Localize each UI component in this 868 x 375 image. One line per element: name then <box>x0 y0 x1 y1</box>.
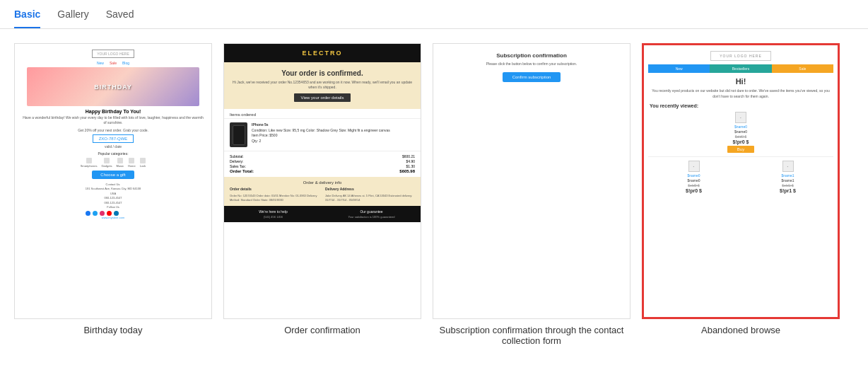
op-hero: Your order is confirmed. Hi Jack, we've … <box>224 62 421 109</box>
bp-logo: YOUR LOGO HERE <box>92 50 134 58</box>
bp-edit-hint: valid / date <box>105 144 122 149</box>
op-cta-button[interactable]: View your order details <box>294 93 351 102</box>
op-footer-help: We're here to help (541) 456 1456 <box>224 206 322 222</box>
bp-heading: Happy Birthday To You! <box>86 109 141 114</box>
ab-grid-image-1: ▪ <box>782 161 794 172</box>
ab-grid-old-price-0: $old0 $ <box>688 183 699 188</box>
bp-facebook-icon <box>86 211 90 216</box>
bp-linkedin-icon <box>114 211 119 216</box>
op-item-price: Item Price: $500 <box>252 133 390 139</box>
ab-single-product-name: $name0 <box>734 125 747 129</box>
birthday-label: Birthday today <box>83 325 142 335</box>
bp-categories: Popular categories: <box>98 151 128 156</box>
ab-nav-bestsellers: Bestsellers <box>710 64 771 73</box>
op-delivery-cols: Order details Order No: 12574543 Order d… <box>230 187 415 202</box>
bp-hero-image: BIRTHDAY <box>27 67 200 106</box>
bp-gadgets-icon <box>104 158 110 163</box>
ab-single-product-image: ▪ <box>735 112 746 123</box>
template-card-order[interactable]: ELECTRO Your order is confirmed. Hi Jack… <box>223 43 421 335</box>
template-card-abandoned[interactable]: YOUR LOGO HERE New Bestsellers Sale Hi! … <box>642 43 840 335</box>
ab-logo: YOUR LOGO HERE <box>710 51 771 61</box>
tab-gallery[interactable]: Gallery <box>57 8 88 28</box>
bp-cta-button[interactable]: Choose a gift <box>92 171 134 179</box>
op-footer-guarantee: Our guarantee Your satisfaction is 100% … <box>322 206 421 222</box>
ab-product-grid: ▪ $name0 $name0 $old0 $ $!pr0 $ ▪ $name1… <box>648 161 833 195</box>
ab-grid-price-0: $!pr0 $ <box>686 188 702 193</box>
abandoned-preview: YOUR LOGO HERE New Bestsellers Sale Hi! … <box>642 43 840 319</box>
bp-nav-sale: Sale <box>110 61 117 65</box>
ab-buy-button[interactable]: Buy <box>727 146 754 153</box>
bp-smartphone-icon <box>86 158 92 163</box>
op-phone-inner <box>233 125 245 145</box>
sp-confirm-button[interactable]: Confirm subscription <box>503 72 561 82</box>
bp-icon-gadgets: Gadgets <box>101 158 112 168</box>
order-preview: ELECTRO Your order is confirmed. Hi Jack… <box>223 43 421 319</box>
tab-saved[interactable]: Saved <box>106 8 134 28</box>
sp-body: Please click the button below to confirm… <box>440 62 623 67</box>
bp-music-icon <box>117 158 123 163</box>
bp-icon-music: Music <box>117 158 124 168</box>
ab-grid-product-1: ▪ $name1 $name1 $old1 $ $!pr1 $ <box>742 161 833 195</box>
op-footer: We're here to help (541) 456 1456 Our gu… <box>224 206 421 222</box>
ab-single-price: $!pr0 $ <box>733 139 749 144</box>
ab-grid-plain-0: $name0 <box>687 178 700 183</box>
op-tax-row: Sales Tax: $1.30 <box>230 164 415 168</box>
ab-grid-plain-1: $name1 <box>781 178 794 183</box>
tab-bar: Basic Gallery Saved <box>0 0 868 29</box>
ab-body: You recently eyed products on our websit… <box>648 88 833 99</box>
ab-grid-name-1: $name1 <box>781 173 794 178</box>
ab-single-product-plain: $name0 <box>734 129 747 134</box>
op-delivery-section: Order & delivery info Order details Orde… <box>224 177 421 206</box>
bp-nav-new: New <box>97 61 104 65</box>
bp-nav: New Sale Blog <box>97 61 129 65</box>
abandoned-label: Abandoned browse <box>701 325 780 335</box>
op-delivery-header: Order & delivery info <box>230 180 415 185</box>
ab-grid-old-price-1: $old1 $ <box>782 183 793 188</box>
tab-basic[interactable]: Basic <box>14 8 40 28</box>
ab-nav: New Bestsellers Sale <box>648 64 833 73</box>
birthday-preview: YOUR LOGO HERE New Sale Blog BIRTHDAY Ha… <box>14 43 212 319</box>
bp-home-icon <box>129 158 134 163</box>
op-item-name: IPhone 5s <box>252 122 390 128</box>
bp-icon-smartphones: Smartphones <box>81 158 98 168</box>
template-card-birthday[interactable]: YOUR LOGO HERE New Sale Blog BIRTHDAY Ha… <box>14 43 212 335</box>
op-hero-body: Hi Jack, we've received your order No.12… <box>230 80 415 90</box>
sp-btn-wrapper: Confirm subscription <box>440 72 623 82</box>
ab-single-product: ▪ $name0 $name0 $old0 $ $!pr0 $ Buy <box>648 112 833 157</box>
ab-greeting: Hi! <box>736 77 746 86</box>
op-subtotal-row: Subtotal: $600.21 <box>230 154 415 158</box>
ab-nav-new: New <box>648 64 710 73</box>
op-total-row: Order Total: $605.98 <box>230 169 415 173</box>
op-items-header: Items ordered <box>224 109 421 119</box>
ab-section-title: You recently viewed: <box>648 103 698 108</box>
bp-look-icon <box>140 158 146 163</box>
ab-grid-name-0: $name0 <box>687 173 700 178</box>
bp-code: ZXO-787-QWE <box>93 134 134 143</box>
bp-icon-home: Home <box>128 158 136 168</box>
ab-grid-product-0: ▪ $name0 $name0 $old0 $ $!pr0 $ <box>648 161 739 195</box>
op-item-details: IPhone 5s Condition: Like new Size: 95,5… <box>252 122 390 147</box>
bp-website: www.mystore.com <box>86 216 141 220</box>
bp-offer: Get 20% off your next order. Grab your c… <box>78 128 148 132</box>
subscription-label: Subscription confirmation through the co… <box>433 325 631 346</box>
bp-youtube-icon <box>107 211 112 216</box>
ab-grid-image-0: ▪ <box>688 161 700 172</box>
op-item-desc: Condition: Like new Size: 95,5 mg Color:… <box>252 128 390 134</box>
op-order-details-col: Order details Order No: 12574543 Order d… <box>230 187 319 202</box>
op-phone-image <box>230 122 247 147</box>
bp-instagram-icon <box>100 211 105 216</box>
op-item-row: IPhone 5s Condition: Like new Size: 95,5… <box>224 119 421 151</box>
bp-birthday-overlay: BIRTHDAY <box>88 78 138 96</box>
bp-icon-look: Look <box>140 158 146 168</box>
op-item-qty: Qty: 2 <box>252 139 390 144</box>
op-logo-highlight: E <box>302 50 307 57</box>
bp-social-row <box>86 211 141 216</box>
op-hero-title: Your order is confirmed. <box>230 69 415 77</box>
ab-grid-price-1: $!pr1 $ <box>780 188 796 193</box>
op-delivery-address-col: Delivery Address Jake Delivery AK 14 Ath… <box>325 187 415 202</box>
template-card-subscription[interactable]: Subscription confirmation Please click t… <box>433 43 631 346</box>
bp-nav-blog: Blog <box>122 61 129 65</box>
bp-body: Have a wonderful birthday! We wish your … <box>19 115 207 125</box>
ab-single-old-price: $old0 $ <box>735 134 746 139</box>
op-header: ELECTRO <box>224 44 421 62</box>
